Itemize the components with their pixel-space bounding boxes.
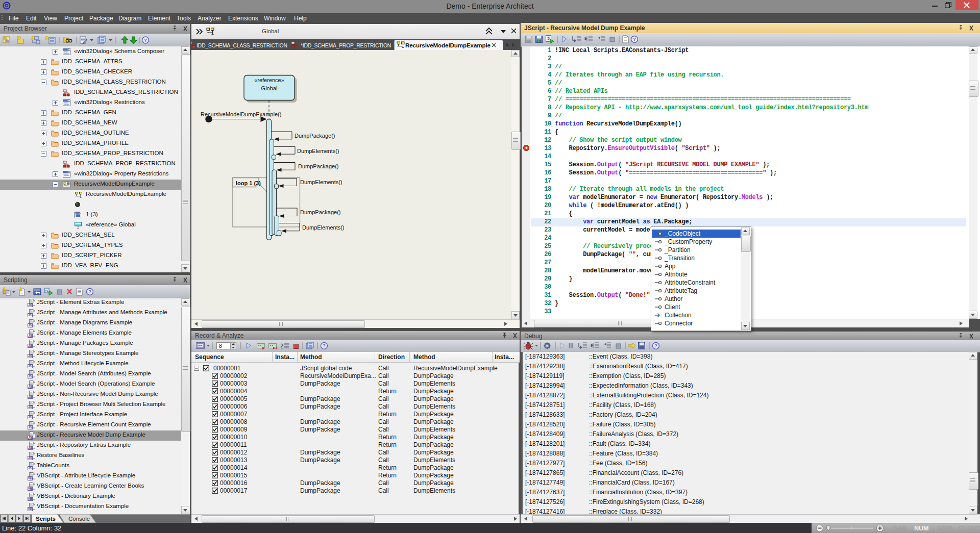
svg-text:JS: JS <box>28 354 33 358</box>
svg-text:S: S <box>45 289 48 293</box>
svg-text:Scripts: Scripts <box>36 516 56 522</box>
svg-text:DumpElements(): DumpElements() <box>297 148 339 154</box>
svg-text:JS: JS <box>28 303 33 307</box>
svg-text:DumpPackage(): DumpPackage() <box>295 133 335 139</box>
svg-text:Console: Console <box>68 516 90 522</box>
svg-text:?: ? <box>654 343 657 348</box>
svg-text:?: ? <box>88 289 91 294</box>
svg-text:Global: Global <box>261 85 278 91</box>
svg-text:JS: JS <box>28 405 33 409</box>
svg-text:JS: JS <box>28 323 33 327</box>
svg-text:DumpPackage(): DumpPackage() <box>300 209 340 215</box>
svg-text:loop 1 (3): loop 1 (3) <box>236 180 261 186</box>
svg-text:JS: JS <box>28 456 33 460</box>
svg-text:JS: JS <box>28 313 33 317</box>
svg-text:JS: JS <box>28 395 33 398</box>
svg-text:JS: JS <box>28 415 33 419</box>
svg-text:5: 5 <box>547 36 550 41</box>
svg-text:?: ? <box>323 343 326 348</box>
svg-text:JS: JS <box>28 466 33 470</box>
svg-text:JS: JS <box>28 436 33 439</box>
svg-text:JS: JS <box>28 446 33 449</box>
svg-text:VB: VB <box>28 476 32 480</box>
svg-text:?: ? <box>633 37 636 42</box>
svg-text:RecursiveModelDumpExample(): RecursiveModelDumpExample() <box>201 111 281 117</box>
svg-text:JS: JS <box>28 374 33 378</box>
svg-text:«reference»: «reference» <box>254 77 284 83</box>
svg-text:?: ? <box>144 38 147 43</box>
svg-text:JS: JS <box>28 334 33 337</box>
svg-text:JS: JS <box>28 425 33 429</box>
svg-text:VB: VB <box>28 507 32 511</box>
svg-text:JS: JS <box>28 344 33 347</box>
svg-text:VB: VB <box>28 487 32 490</box>
svg-text:DumpElements(): DumpElements() <box>302 224 345 231</box>
svg-text:VB: VB <box>28 497 32 500</box>
svg-text:8: 8 <box>219 343 222 349</box>
svg-text:DumpPackage(): DumpPackage() <box>298 163 338 169</box>
svg-text:DumpElements(): DumpElements() <box>300 179 342 185</box>
svg-text:JS: JS <box>28 385 33 388</box>
svg-text:JS: JS <box>28 364 33 368</box>
